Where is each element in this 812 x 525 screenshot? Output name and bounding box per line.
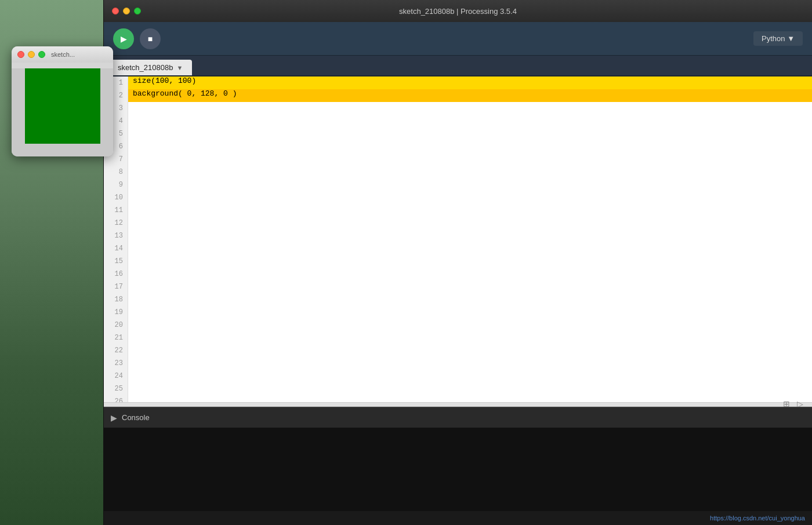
tab-label: sketch_210808b: [118, 63, 173, 72]
code-line[interactable]: [128, 255, 812, 268]
code-line[interactable]: [128, 268, 812, 280]
sketch-canvas: [25, 68, 100, 144]
code-line[interactable]: [128, 204, 812, 217]
ide-console: ▶ Console: [104, 407, 812, 511]
ide-titlebar: sketch_210808b | Processing 3.5.4: [104, 0, 812, 22]
ide-title: sketch_210808b | Processing 3.5.4: [399, 7, 517, 16]
ide-toolbar: ▶ ■ Python ▼: [104, 22, 812, 56]
code-line[interactable]: [128, 140, 812, 153]
sketch-window-titlebar: sketch...: [12, 46, 113, 63]
code-line[interactable]: [128, 370, 812, 382]
code-line[interactable]: [128, 280, 812, 293]
code-line[interactable]: [128, 191, 812, 204]
sketch-window-body: [12, 68, 113, 156]
line-number: 20: [104, 319, 128, 331]
console-label: Console: [122, 413, 150, 422]
ide-close-button[interactable]: [112, 8, 119, 14]
code-line[interactable]: [128, 344, 812, 357]
ide-maximize-button[interactable]: [134, 8, 141, 14]
code-area[interactable]: size(100, 100)background( 0, 128, 0 ): [128, 76, 812, 402]
code-line[interactable]: [128, 357, 812, 370]
code-line[interactable]: [128, 229, 812, 242]
ide-tabbar: sketch_210808b ▼: [104, 56, 812, 76]
line-number: 14: [104, 242, 128, 255]
line-number: 12: [104, 217, 128, 229]
code-line[interactable]: [128, 217, 812, 229]
code-line[interactable]: [128, 319, 812, 331]
code-line[interactable]: [128, 331, 812, 344]
line-number: 23: [104, 357, 128, 370]
mode-selector[interactable]: Python ▼: [753, 31, 803, 46]
code-line[interactable]: [128, 293, 812, 306]
line-number: 18: [104, 293, 128, 306]
line-number: 25: [104, 382, 128, 395]
ide-traffic-lights: [112, 8, 141, 14]
line-number: 21: [104, 331, 128, 344]
line-number: 16: [104, 268, 128, 280]
line-number: 19: [104, 306, 128, 319]
code-line[interactable]: background( 0, 128, 0 ): [128, 89, 812, 102]
stop-button[interactable]: ■: [140, 28, 161, 49]
console-icon: ▶: [111, 413, 117, 422]
line-number: 11: [104, 204, 128, 217]
code-line[interactable]: [128, 395, 812, 402]
ide-minimize-button[interactable]: [123, 8, 130, 14]
code-line[interactable]: [128, 127, 812, 140]
tab-arrow: ▼: [176, 64, 183, 71]
sketch-window-title: sketch...: [51, 51, 75, 58]
close-traffic-light[interactable]: [17, 51, 24, 58]
line-number: 22: [104, 344, 128, 357]
ide-editor[interactable]: 1234567891011121314151617181920212223242…: [104, 76, 812, 402]
sketch-preview-window: sketch...: [12, 46, 113, 156]
minimize-traffic-light[interactable]: [28, 51, 35, 58]
maximize-traffic-light[interactable]: [38, 51, 45, 58]
code-line[interactable]: [128, 115, 812, 127]
code-line[interactable]: [128, 242, 812, 255]
line-number: 15: [104, 255, 128, 268]
code-line[interactable]: [128, 166, 812, 178]
run-button[interactable]: ▶: [113, 28, 134, 49]
code-line[interactable]: [128, 153, 812, 166]
code-line[interactable]: size(100, 100): [128, 76, 812, 89]
ide-bottom-divider: ⊞ ▷: [104, 402, 812, 407]
line-number: 26: [104, 395, 128, 402]
line-number: 24: [104, 370, 128, 382]
line-number: 8: [104, 166, 128, 178]
footer-link[interactable]: https://blog.csdn.net/cui_yonghua: [710, 515, 805, 522]
line-number: 9: [104, 178, 128, 191]
sketch-tab[interactable]: sketch_210808b ▼: [108, 60, 192, 75]
code-line[interactable]: [128, 382, 812, 395]
console-body[interactable]: [104, 428, 812, 511]
code-line[interactable]: [128, 102, 812, 115]
code-line[interactable]: [128, 306, 812, 319]
ide-footer: https://blog.csdn.net/cui_yonghua: [104, 511, 812, 525]
line-number: 10: [104, 191, 128, 204]
console-toolbar: ▶ Console: [104, 407, 812, 428]
ide-window: sketch_210808b | Processing 3.5.4 ▶ ■ Py…: [103, 0, 812, 525]
code-line[interactable]: [128, 178, 812, 191]
line-number: 13: [104, 229, 128, 242]
line-number: 17: [104, 280, 128, 293]
